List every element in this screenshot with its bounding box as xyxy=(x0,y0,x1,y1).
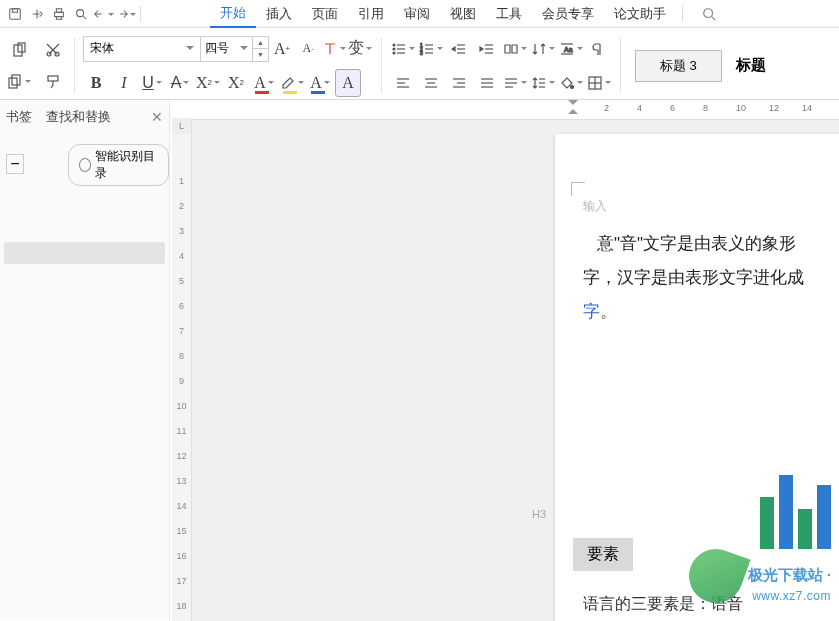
vruler-mark: 4 xyxy=(172,251,191,261)
indent-marker-icon[interactable] xyxy=(568,100,578,110)
outline-selected-item[interactable] xyxy=(4,242,165,264)
paste-icon[interactable] xyxy=(6,36,32,64)
highlight-button[interactable] xyxy=(279,69,305,97)
borders-icon[interactable] xyxy=(586,69,612,97)
vruler-mark: 11 xyxy=(172,426,191,436)
hruler-mark: 4 xyxy=(637,103,642,113)
close-icon[interactable]: ✕ xyxy=(151,109,163,125)
style-heading3[interactable]: 标题 3 xyxy=(635,50,722,82)
vruler-mark: 5 xyxy=(172,276,191,286)
tab-reference[interactable]: 引用 xyxy=(348,1,394,27)
align-center-icon[interactable] xyxy=(418,69,444,97)
align-right-icon[interactable] xyxy=(446,69,472,97)
hyperlink-text[interactable]: 字 xyxy=(583,302,600,321)
numbering-icon[interactable]: 123 xyxy=(418,35,444,63)
tab-tools[interactable]: 工具 xyxy=(486,1,532,27)
ruler-corner: L xyxy=(172,118,191,134)
vruler-mark: 16 xyxy=(172,551,191,561)
vruler-mark: 10 xyxy=(172,401,191,411)
ribbon-sep-1 xyxy=(74,38,75,93)
bullets-icon[interactable] xyxy=(390,35,416,63)
svg-point-16 xyxy=(393,44,395,46)
side-panel: 书签 查找和替换 ✕ − 智能识别目录 xyxy=(0,100,170,620)
tab-member[interactable]: 会员专享 xyxy=(532,1,604,27)
tab-start[interactable]: 开始 xyxy=(210,0,256,28)
style-heading-next[interactable]: 标题 xyxy=(732,52,770,79)
punct: 。 xyxy=(600,302,617,321)
char-border-button[interactable]: A xyxy=(335,69,361,97)
hruler-mark: 2 xyxy=(604,103,609,113)
format-painter-icon[interactable] xyxy=(40,68,66,96)
tab-page[interactable]: 页面 xyxy=(302,1,348,27)
svg-rect-12 xyxy=(12,75,20,85)
section-heading[interactable]: 要素 xyxy=(573,538,633,571)
bold-button[interactable]: B xyxy=(83,69,109,97)
font-size-label: 四号 xyxy=(205,40,229,57)
font-name-select[interactable]: 宋体 xyxy=(83,36,201,62)
vruler-mark: 6 xyxy=(172,301,191,311)
fill-color-icon[interactable] xyxy=(558,69,584,97)
tab-view[interactable]: 视图 xyxy=(440,1,486,27)
font-size-select[interactable]: 四号 xyxy=(201,36,253,62)
svg-line-1 xyxy=(712,17,716,21)
phonetic-icon[interactable]: 变 xyxy=(347,35,373,63)
svg-point-20 xyxy=(393,52,395,54)
vruler-mark: 8 xyxy=(172,351,191,361)
paragraph-3[interactable]: 字。 xyxy=(583,295,839,329)
font-color-button[interactable]: A xyxy=(251,69,277,97)
line-spacing-icon[interactable] xyxy=(530,69,556,97)
svg-point-55 xyxy=(571,85,574,88)
side-tab-bookmark[interactable]: 书签 xyxy=(6,108,32,126)
grow-font-icon[interactable]: A+ xyxy=(269,35,295,63)
shrink-font-icon[interactable]: A- xyxy=(295,35,321,63)
asian-layout-icon[interactable] xyxy=(502,35,528,63)
horizontal-ruler[interactable]: 2468101214 xyxy=(192,100,839,120)
clear-format-icon[interactable] xyxy=(321,35,347,63)
shading-button[interactable]: A xyxy=(307,69,333,97)
heading-level-tag: H3 xyxy=(532,508,546,520)
show-marks-icon[interactable] xyxy=(586,35,612,63)
vruler-mark: 17 xyxy=(172,576,191,586)
smart-toc-button[interactable]: 智能识别目录 xyxy=(68,144,169,186)
ribbon: 宋体 四号 ▲▼ A+ A- 变 B I U A X2 X2 A A A 123 xyxy=(0,28,839,100)
font-name-label: 宋体 xyxy=(90,40,114,57)
vruler-mark: 7 xyxy=(172,326,191,336)
svg-rect-15 xyxy=(48,76,58,81)
line-spacing-top-icon[interactable]: Aa xyxy=(558,35,584,63)
superscript-button[interactable]: X2 xyxy=(195,69,221,97)
sort-icon[interactable] xyxy=(530,35,556,63)
hruler-mark: 14 xyxy=(802,103,812,113)
tab-insert[interactable]: 插入 xyxy=(256,1,302,27)
align-justify-icon[interactable] xyxy=(474,69,500,97)
outdent-icon[interactable] xyxy=(446,35,472,63)
ribbon-sep-2 xyxy=(381,38,382,93)
document-area: 2468101214 H3 输入 意"音"文字是由表义的象形 字，汉字是由表形文… xyxy=(192,100,839,621)
vruler-mark: 15 xyxy=(172,526,191,536)
compass-icon xyxy=(79,158,91,172)
search-icon[interactable] xyxy=(699,4,719,24)
copy-icon[interactable] xyxy=(6,68,32,96)
collapse-button[interactable]: − xyxy=(6,154,24,174)
strike-button[interactable]: A xyxy=(167,69,193,97)
vertical-ruler: L 123456789101112131415161718 xyxy=(172,118,192,621)
vruler-mark: 1 xyxy=(172,176,191,186)
align-distribute-icon[interactable] xyxy=(502,69,528,97)
paragraph-1[interactable]: 意"音"文字是由表义的象形 xyxy=(583,227,839,261)
align-left-icon[interactable] xyxy=(390,69,416,97)
watermark-brand: 极光下载站 · xyxy=(748,566,831,585)
vruler-mark: 13 xyxy=(172,476,191,486)
side-tab-findreplace[interactable]: 查找和替换 xyxy=(46,108,111,126)
cut-icon[interactable] xyxy=(40,36,66,64)
underline-button[interactable]: U xyxy=(139,69,165,97)
indent-icon[interactable] xyxy=(474,35,500,63)
italic-button[interactable]: I xyxy=(111,69,137,97)
tab-review[interactable]: 审阅 xyxy=(394,1,440,27)
svg-point-0 xyxy=(704,9,713,18)
paragraph-2[interactable]: 字，汉字是由表形文字进化成 xyxy=(583,261,839,295)
hruler-mark: 8 xyxy=(703,103,708,113)
tab-thesis[interactable]: 论文助手 xyxy=(604,1,676,27)
ribbon-sep-3 xyxy=(620,38,621,93)
font-size-stepper[interactable]: ▲▼ xyxy=(253,36,269,62)
smart-toc-label: 智能识别目录 xyxy=(95,148,158,182)
subscript-button[interactable]: X2 xyxy=(223,69,249,97)
